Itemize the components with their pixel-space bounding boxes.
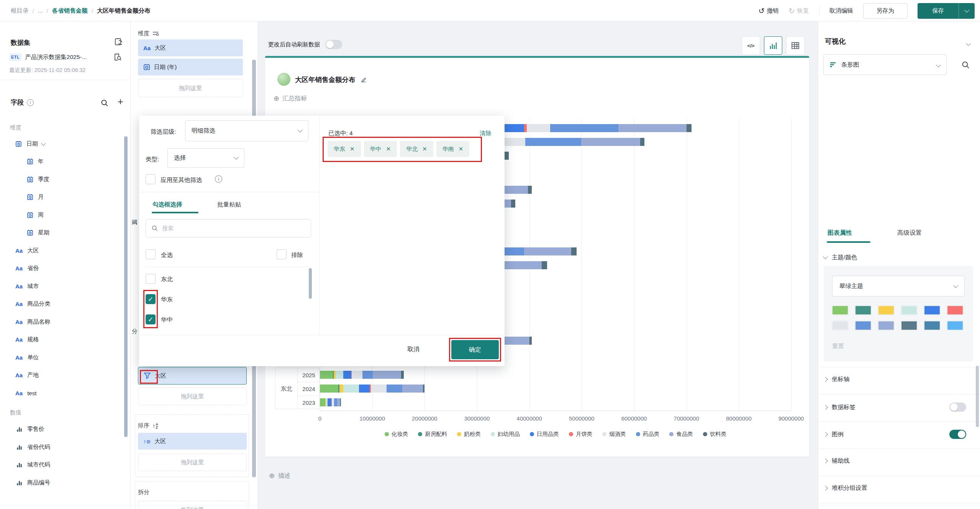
dataset-row[interactable]: ETL 产品演示数据集2025-... bbox=[9, 53, 122, 61]
cancel-edit-button[interactable]: 取消编辑 bbox=[829, 7, 853, 15]
field-商品分类[interactable]: Aa商品分类 bbox=[0, 295, 131, 313]
toggle-数据标签[interactable] bbox=[949, 403, 966, 412]
field-test[interactable]: Aatest bbox=[0, 384, 131, 402]
breadcrumb-root[interactable]: 根目录 bbox=[11, 7, 29, 15]
dimension-dropzone[interactable]: 拖到这里 bbox=[138, 79, 243, 97]
filter-chip-region[interactable]: 大区 bbox=[138, 367, 247, 385]
field-date[interactable]: 日期 bbox=[0, 135, 131, 152]
description-add[interactable]: ⊕ 描述 bbox=[269, 471, 290, 480]
dimension-chip-region[interactable]: Aa 大区 bbox=[138, 39, 243, 56]
bar-东北-2025[interactable] bbox=[320, 371, 404, 379]
theme-swatch-r1-3[interactable] bbox=[878, 306, 894, 315]
exclude-checkbox[interactable] bbox=[277, 249, 287, 259]
option-checkbox-东北[interactable] bbox=[146, 274, 156, 284]
field-单位[interactable]: Aa单位 bbox=[0, 349, 131, 366]
save-more-button[interactable] bbox=[959, 3, 975, 19]
confirm-button[interactable]: 确定 bbox=[451, 340, 499, 359]
measure-商品编号[interactable]: 商品编号 bbox=[0, 474, 131, 491]
theme-swatch-r2-3[interactable] bbox=[878, 321, 894, 330]
save-button[interactable]: 保存 bbox=[918, 3, 959, 19]
field-date-星期[interactable]: 星期 bbox=[0, 224, 131, 242]
legend-item-食品类[interactable]: 食品类 bbox=[669, 430, 693, 438]
chart-family-select[interactable]: 条形图 bbox=[823, 54, 947, 75]
theme-swatch-r1-1[interactable] bbox=[832, 306, 848, 315]
theme-select[interactable]: 翠绿主题 bbox=[832, 276, 965, 296]
select-all-checkbox[interactable] bbox=[146, 249, 156, 259]
field-date-周[interactable]: 周 bbox=[0, 206, 131, 224]
tab-chart-properties[interactable]: 图表属性 bbox=[828, 229, 852, 237]
collapse-panel-icon[interactable] bbox=[967, 40, 970, 47]
rightbar-scrollbar[interactable] bbox=[976, 366, 979, 427]
search-chart-type-icon[interactable] bbox=[961, 61, 970, 69]
breadcrumb-parent[interactable]: 各省销售金额 bbox=[52, 7, 88, 15]
fields-scrollbar[interactable] bbox=[124, 136, 128, 437]
remove-chip-icon[interactable]: ✕ bbox=[459, 146, 464, 152]
section-堆积分组设置[interactable]: 堆积分组设置 bbox=[824, 484, 973, 492]
tab-checkbox-select[interactable]: 勾选框选择 bbox=[152, 201, 182, 209]
search-fields-icon[interactable] bbox=[100, 99, 109, 107]
toggle-图例[interactable] bbox=[949, 430, 966, 439]
legend-item-奶粉类[interactable]: 奶粉类 bbox=[457, 430, 481, 438]
theme-swatch-r2-1[interactable] bbox=[832, 321, 848, 330]
legend-item-月饼类[interactable]: 月饼类 bbox=[569, 430, 593, 438]
switch-dataset-icon[interactable] bbox=[114, 38, 123, 47]
reset-theme-button[interactable]: 重置 bbox=[832, 342, 844, 350]
theme-swatch-r1-5[interactable] bbox=[924, 306, 940, 315]
save-split-button[interactable]: 保存 bbox=[918, 3, 975, 19]
auto-refresh-toggle[interactable] bbox=[325, 40, 342, 49]
remove-chip-icon[interactable]: ✕ bbox=[422, 146, 427, 152]
field-date-年[interactable]: 年 bbox=[0, 153, 131, 170]
filter-search-input[interactable]: 搜索 bbox=[146, 219, 311, 237]
cancel-button[interactable]: 取消 bbox=[407, 345, 420, 354]
field-大区[interactable]: Aa大区 bbox=[0, 242, 131, 259]
dimension-chip-date-year[interactable]: 日期 (年) bbox=[138, 59, 243, 75]
field-date-季度[interactable]: 季度 bbox=[0, 170, 131, 188]
theme-swatch-r1-6[interactable] bbox=[947, 306, 963, 315]
field-产地[interactable]: Aa产地 bbox=[0, 367, 131, 384]
theme-swatch-r1-2[interactable] bbox=[855, 306, 871, 315]
measure-城市代码[interactable]: 城市代码 bbox=[0, 456, 131, 474]
measure-零售价[interactable]: 零售价 bbox=[0, 421, 131, 438]
legend-item-饮料类[interactable]: 饮料类 bbox=[703, 430, 727, 438]
tab-batch-paste[interactable]: 批量粘贴 bbox=[217, 201, 241, 209]
field-商品名称[interactable]: Aa商品名称 bbox=[0, 313, 131, 331]
undo-button[interactable]: ↺ 撤销 bbox=[759, 7, 779, 15]
legend-item-日用品类[interactable]: 日用品类 bbox=[530, 430, 559, 438]
theme-swatch-r2-4[interactable] bbox=[901, 321, 917, 330]
theme-swatch-r2-6[interactable] bbox=[947, 321, 963, 330]
theme-swatch-r1-4[interactable] bbox=[901, 306, 917, 315]
measure-省份代码[interactable]: 省份代码 bbox=[0, 438, 131, 456]
chart-view-button[interactable] bbox=[764, 36, 782, 55]
field-城市[interactable]: Aa城市 bbox=[0, 277, 131, 295]
remove-chip-icon[interactable]: ✕ bbox=[350, 146, 355, 152]
chevron-down-icon[interactable] bbox=[41, 141, 46, 146]
section-辅助线[interactable]: 辅助线 bbox=[824, 457, 973, 465]
legend-item-药品类[interactable]: 药品类 bbox=[636, 430, 660, 438]
remove-chip-icon[interactable]: ✕ bbox=[386, 146, 391, 152]
option-list-scrollbar[interactable] bbox=[309, 268, 312, 299]
theme-swatch-r2-2[interactable] bbox=[855, 321, 871, 330]
apply-other-filters-checkbox[interactable] bbox=[146, 174, 156, 184]
option-checkbox-华东[interactable]: ✓ bbox=[146, 294, 156, 304]
legend-item-化妆类[interactable]: 化妆类 bbox=[385, 430, 408, 438]
filter-level-select[interactable]: 明细筛选 bbox=[185, 120, 308, 141]
section-数据标签[interactable]: 数据标签 bbox=[824, 403, 973, 412]
field-规格[interactable]: Aa规格 bbox=[0, 331, 131, 349]
sort-chip-region[interactable]: ↑⚙ 大区 bbox=[138, 433, 247, 450]
redo-button[interactable]: ↻ 恢复 bbox=[789, 7, 809, 15]
bar-东北-2023[interactable] bbox=[320, 398, 341, 406]
legend-item-烟酒类[interactable]: 烟酒类 bbox=[602, 430, 626, 438]
filter-type-select[interactable]: 选择 bbox=[167, 148, 244, 168]
section-图例[interactable]: 图例 bbox=[824, 430, 973, 439]
code-view-button[interactable]: </> bbox=[742, 36, 760, 55]
field-date-月[interactable]: 月 bbox=[0, 188, 131, 206]
option-checkbox-华中[interactable]: ✓ bbox=[146, 314, 156, 324]
field-省份[interactable]: Aa省份 bbox=[0, 260, 131, 277]
add-field-icon[interactable]: + bbox=[118, 96, 123, 108]
section-坐标轴[interactable]: 坐标轴 bbox=[824, 375, 973, 383]
save-as-button[interactable]: 另存为 bbox=[863, 3, 908, 19]
legend-item-厨房配料[interactable]: 厨房配料 bbox=[418, 430, 447, 438]
theme-color-section-header[interactable]: 主题/颜色 bbox=[824, 254, 857, 262]
table-view-button[interactable] bbox=[786, 36, 805, 55]
dimension-settings-icon[interactable] bbox=[152, 31, 159, 36]
